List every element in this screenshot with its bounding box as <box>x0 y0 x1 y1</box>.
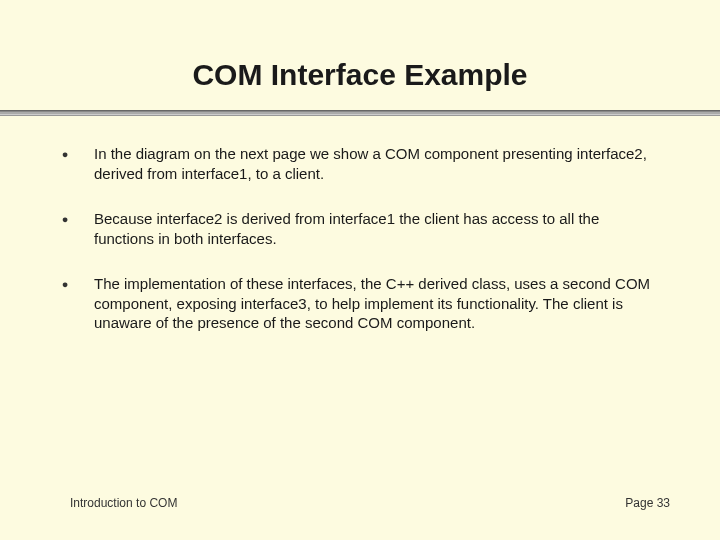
slide-title: COM Interface Example <box>0 0 720 110</box>
slide-footer: Introduction to COM Page 33 <box>0 496 720 510</box>
bullet-text: The implementation of these interfaces, … <box>94 274 660 333</box>
bullet-icon: ● <box>60 278 70 290</box>
bullet-item: ● In the diagram on the next page we sho… <box>60 144 660 183</box>
footer-right: Page 33 <box>625 496 670 510</box>
slide-content: ● In the diagram on the next page we sho… <box>0 116 720 333</box>
bullet-text: Because interface2 is derived from inter… <box>94 209 660 248</box>
slide: COM Interface Example ● In the diagram o… <box>0 0 720 540</box>
bullet-icon: ● <box>60 213 70 225</box>
bullet-item: ● Because interface2 is derived from int… <box>60 209 660 248</box>
footer-left: Introduction to COM <box>70 496 177 510</box>
bullet-text: In the diagram on the next page we show … <box>94 144 660 183</box>
bullet-icon: ● <box>60 148 70 160</box>
bullet-item: ● The implementation of these interfaces… <box>60 274 660 333</box>
